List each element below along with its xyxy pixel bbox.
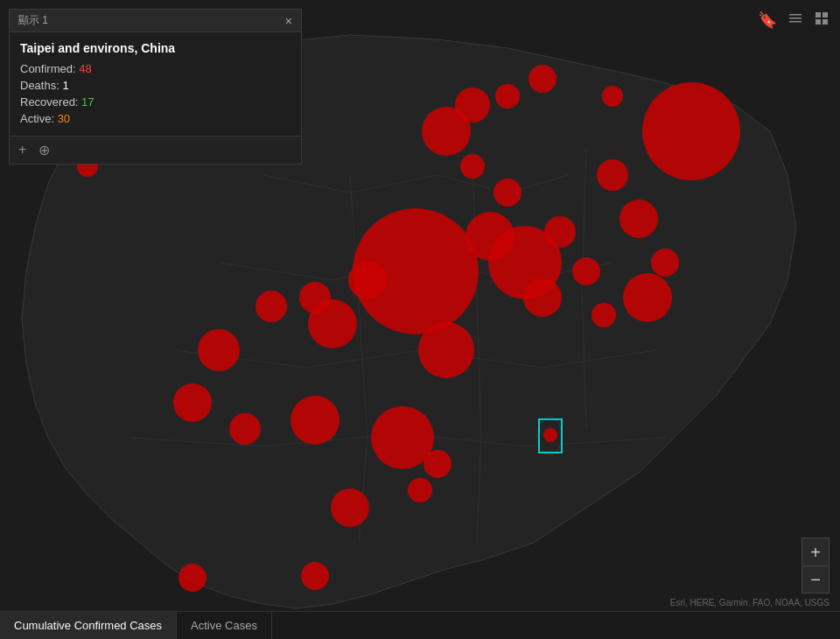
- svg-point-28: [290, 396, 340, 445]
- svg-point-36: [543, 428, 557, 442]
- svg-rect-40: [816, 12, 821, 18]
- list-icon[interactable]: [788, 11, 803, 31]
- svg-point-5: [544, 216, 576, 248]
- svg-point-23: [299, 282, 331, 313]
- svg-point-34: [301, 562, 329, 590]
- tab-cumulative[interactable]: Cumulative Confirmed Cases: [0, 612, 177, 639]
- svg-point-33: [178, 564, 206, 592]
- top-right-controls: 🔖: [758, 11, 830, 31]
- popup-confirmed: Confirmed: 48: [20, 62, 290, 75]
- popup-panel: 顯示 1 × Taipei and environs, China Confir…: [9, 9, 302, 165]
- bookmark-icon[interactable]: 🔖: [758, 11, 777, 31]
- popup-active: Active: 30: [20, 112, 290, 125]
- popup-header: 顯示 1 ×: [10, 10, 301, 32]
- svg-point-18: [620, 200, 658, 238]
- svg-point-15: [602, 86, 623, 107]
- svg-rect-41: [822, 12, 828, 18]
- plus-tool-icon[interactable]: +: [18, 142, 26, 158]
- svg-point-21: [348, 261, 387, 299]
- attribution-text: Esri, HERE, Garmin, FAO, NOAA, USGS: [670, 598, 830, 607]
- popup-close-button[interactable]: ×: [285, 15, 292, 27]
- svg-point-13: [495, 84, 520, 109]
- svg-point-8: [592, 303, 616, 327]
- svg-point-25: [198, 329, 240, 371]
- svg-point-19: [651, 249, 679, 277]
- svg-point-31: [408, 478, 432, 502]
- svg-rect-37: [789, 14, 802, 16]
- svg-point-27: [229, 413, 261, 445]
- grid-icon[interactable]: [814, 11, 830, 31]
- svg-point-10: [460, 154, 485, 179]
- svg-point-9: [494, 179, 522, 207]
- zoom-out-button[interactable]: −: [802, 565, 830, 593]
- map-container: 顯示 1 × Taipei and environs, China Confir…: [0, 0, 840, 639]
- svg-point-14: [528, 65, 556, 93]
- svg-point-12: [455, 88, 490, 123]
- popup-tools: + ⊕: [10, 136, 301, 164]
- svg-point-7: [572, 257, 600, 285]
- svg-point-30: [424, 450, 452, 478]
- svg-point-2: [418, 322, 474, 378]
- zoom-controls: + −: [802, 537, 830, 593]
- bottom-tabs: Cumulative Confirmed Cases Active Cases: [0, 611, 840, 639]
- svg-point-6: [523, 278, 562, 317]
- svg-rect-38: [789, 18, 802, 19]
- magnify-tool-icon[interactable]: ⊕: [38, 142, 50, 158]
- svg-point-20: [623, 273, 672, 322]
- popup-location: Taipei and environs, China: [20, 41, 290, 55]
- svg-rect-43: [822, 19, 828, 25]
- zoom-in-button[interactable]: +: [802, 537, 830, 565]
- svg-point-24: [256, 291, 287, 322]
- popup-recovered: Recovered: 17: [20, 95, 290, 109]
- svg-rect-39: [789, 21, 802, 23]
- tab-active-cases[interactable]: Active Cases: [177, 612, 272, 639]
- svg-point-26: [173, 383, 212, 422]
- popup-content: Taipei and environs, China Confirmed: 48…: [10, 32, 301, 136]
- svg-rect-42: [816, 19, 821, 25]
- svg-point-16: [642, 82, 740, 180]
- svg-point-32: [331, 488, 369, 527]
- popup-title: 顯示 1: [18, 13, 48, 28]
- popup-deaths: Deaths: 1: [20, 79, 290, 92]
- svg-point-17: [597, 159, 628, 191]
